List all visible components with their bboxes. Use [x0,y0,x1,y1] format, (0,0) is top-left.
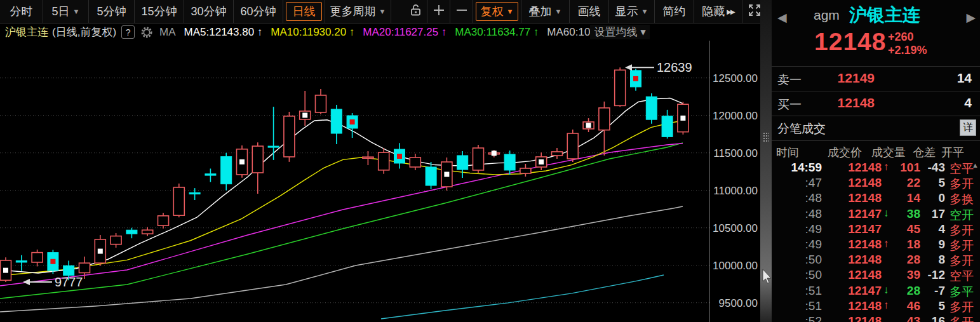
ma-legend-0: MA5:12143.80 ↑ [184,26,263,39]
tick-price: 12148 [848,253,882,267]
tick-open-interest-change: 4 [938,222,945,236]
tick-price: 12148 [848,238,882,252]
tick-time: :48 [805,191,822,205]
timeframe-daily[interactable]: 日线 [283,0,325,23]
tick-volume: 28 [907,253,920,267]
tick-price: 12148 [848,268,882,282]
tick-time: :51 [805,284,822,298]
candlestick-chart[interactable]: 126399777 [0,41,709,322]
double-arrow-icon: ▶▶ [727,8,734,15]
contract-code: agm [814,8,840,23]
axis-label: 10500.00 [712,222,758,235]
chevron-down-icon: ▼ [641,8,648,15]
tick-row: :52121484316多开 [772,314,980,322]
chevron-down-icon: ▼ [379,8,386,15]
contract-name: 沪银主连 [849,3,920,27]
price-direction-icon: ↓ [883,207,889,220]
timeframe-15min[interactable]: 15分钟 [135,0,184,23]
timeframe-5min[interactable]: 5分钟 [89,0,135,23]
tick-col-header: 开平 [941,145,964,160]
detail-button[interactable]: 详 [960,119,976,136]
ask-row[interactable]: 卖一 12149 14 [772,67,980,91]
change-percent: +2.19% [888,44,927,57]
price-direction-icon: ↑ [883,161,889,173]
tick-row: :4812148140多换 [772,191,980,206]
display-dropdown[interactable]: 显示▼ [609,0,655,23]
tick-volume: 43 [907,314,920,322]
mouse-cursor-icon [762,269,772,285]
axis-label: 12500.00 [712,72,758,85]
tick-open-close-flag: 多开 [950,238,974,254]
bid-label: 买一 [777,97,802,113]
next-contract-arrow-icon[interactable]: ▶ [966,10,976,25]
last-price: 12148 [814,28,886,56]
tick-price: 12148 [848,176,882,190]
tick-col-header: 成交量 [871,145,906,160]
tick-time: :49 [805,238,822,252]
timeframe-30min[interactable]: 30分钟 [184,0,234,23]
hide-button[interactable]: 隐藏▶▶ [694,0,742,23]
draw-line-button[interactable]: 画线 [570,0,609,23]
tick-col-header: 时间 [776,145,799,160]
axis-label: 11000.00 [712,185,758,198]
overlay-dropdown[interactable]: 叠加▼ [521,0,570,23]
axis-label: 9500.00 [712,297,758,310]
fullscreen-icon [748,3,762,20]
indicator-legend: 沪银主连(日线,前复权)?MAMA5:12143.80 ↑MA10:11930.… [0,23,760,41]
tick-open-close-flag: 空平 [950,268,974,285]
simple-mode-button[interactable]: 简约 [655,0,694,23]
tick-open-interest-change: 5 [938,176,945,190]
tick-open-close-flag: 多平 [950,284,974,300]
tick-time: :51 [805,299,822,313]
adjust-mode-dropdown[interactable]: 复权▼ [473,0,521,23]
tick-time: :50 [805,268,822,282]
axis-label: 11500.00 [712,147,758,160]
tick-col-header: 成交价 [828,145,862,160]
price-change: +260 +2.19% [888,30,927,57]
chart-toolbar: 分时5日▼5分钟15分钟30分钟60分钟日线更多周期▼复权▼叠加▼画线显示▼简约… [0,0,760,23]
bid-price: 12148 [838,95,875,111]
tick-time: :50 [805,253,822,267]
tick-volume: 22 [907,176,920,190]
price-axis-divider [709,41,710,322]
help-button[interactable]: ? [121,25,135,39]
tick-open-interest-change: 0 [938,191,945,205]
timeframe-intraday[interactable]: 分时 [0,0,43,23]
tick-volume: 46 [907,299,920,313]
change-value: +260 [888,30,927,44]
timeframe-60min[interactable]: 60分钟 [234,0,283,23]
tick-open-interest-change: 5 [938,299,945,313]
tick-row: :501214839-12空平 [772,267,980,283]
ask-price: 12149 [838,70,875,86]
scroll-up-icon[interactable]: ▲ [972,161,979,169]
splitter-grip-icon [763,132,769,142]
tick-open-interest-change: 8 [938,253,945,267]
ma-settings-dropdown[interactable]: 设置均线 ▾ [590,25,649,39]
tick-time: 14:59 [791,161,822,175]
timeframe-5day[interactable]: 5日▼ [43,0,89,23]
tick-open-close-flag: 空开 [950,207,974,224]
tick-price: 12147 [848,207,882,221]
tick-open-interest-change: 17 [932,207,945,221]
tick-price: 12148 [848,299,882,313]
price-direction-icon: ↑ [883,238,889,250]
ma-legend-3: MA30:11634.77 ↑ [455,26,539,39]
tick-open-close-flag: 空平 [950,161,974,177]
bid-row[interactable]: 买一 12148 4 [772,91,980,116]
legend-params: (日线,前复权) [52,25,116,39]
tick-volume: 14 [907,191,920,205]
zoom-out-button[interactable] [450,0,473,23]
more-periods[interactable]: 更多周期▼ [325,0,391,23]
ask-size: 14 [957,70,972,86]
svg-text:12639: 12639 [657,60,692,74]
price-direction-icon: ↓ [883,284,889,297]
prev-contract-arrow-icon[interactable]: ◀ [777,10,787,25]
tick-open-interest-change: 9 [938,238,945,252]
tick-list-title: 分笔成交 [777,121,826,137]
gear-icon[interactable] [140,26,153,39]
lock-button[interactable] [405,0,427,23]
zoom-in-button[interactable] [427,0,450,23]
tick-price: 12148 [848,161,882,175]
tick-row: :4912147454多开 [772,222,980,237]
tick-volume: 18 [907,238,920,252]
